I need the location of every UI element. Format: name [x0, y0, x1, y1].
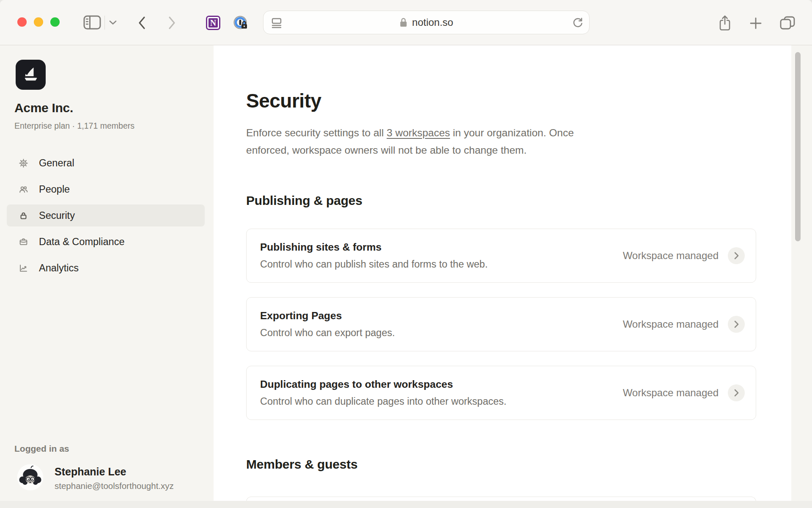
user-illustration-icon [17, 464, 44, 491]
sidebar-item-general[interactable]: General [7, 152, 205, 174]
setting-description: Control who can duplicate pages into oth… [260, 396, 507, 407]
scrollbar-thumb[interactable] [795, 52, 801, 241]
setting-card-partial[interactable] [246, 497, 756, 501]
notion-extension-button[interactable]: N [205, 14, 222, 31]
page-description: Enforce security settings to all 3 works… [246, 124, 694, 159]
setting-status: Workspace managed [623, 250, 719, 262]
logged-in-as-label: Logged in as [14, 444, 69, 454]
chevron-right-icon [728, 247, 745, 264]
org-plan-members: Enterprise plan · 1,171 members [14, 121, 134, 131]
description-text: in your organization. Once [450, 127, 574, 138]
reload-button[interactable] [571, 17, 585, 29]
back-arrow-icon [137, 16, 147, 30]
share-icon [718, 14, 732, 31]
open-setting-button[interactable] [728, 247, 745, 264]
people-icon [19, 185, 28, 194]
section-title-members: Members & guests [246, 457, 358, 472]
setting-status: Workspace managed [623, 387, 719, 399]
setting-card-duplicating-pages[interactable]: Duplicating pages to other workspaces Co… [246, 366, 756, 420]
avatar [17, 464, 44, 491]
org-name: Acme Inc. [14, 101, 73, 115]
settings-sidebar: Acme Inc. Enterprise plan · 1,171 member… [0, 45, 214, 508]
address-bar[interactable]: notion.so [263, 11, 590, 34]
trend-chart-icon [19, 263, 28, 273]
forward-arrow-icon [167, 16, 176, 30]
setting-status: Workspace managed [623, 318, 719, 330]
sidebar-item-label: Analytics [39, 262, 79, 274]
chevron-down-icon [109, 20, 117, 25]
address-display: notion.so [263, 11, 589, 34]
sidebar-item-security[interactable]: Security [7, 204, 205, 226]
setting-card-exporting-pages[interactable]: Exporting Pages Control who can export p… [246, 297, 756, 351]
sidebar-toggle-button[interactable] [82, 14, 102, 31]
secure-lock-icon [399, 17, 408, 28]
sidebar-item-people[interactable]: People [7, 178, 205, 200]
description-text: enforced, workspace owners will not be a… [246, 144, 527, 156]
open-setting-button[interactable] [728, 384, 745, 401]
setting-title: Duplicating pages to other workspaces [260, 378, 507, 390]
tab-overview-icon [779, 15, 796, 30]
setting-description: Control who can export pages. [260, 327, 395, 339]
open-setting-button[interactable] [728, 316, 745, 333]
page-title: Security [246, 89, 321, 112]
url-text: notion.so [412, 17, 453, 28]
forward-button[interactable] [166, 15, 178, 31]
browser-toolbar: N [0, 0, 812, 45]
sidebar-item-analytics[interactable]: Analytics [7, 257, 205, 279]
sidebar-item-label: General [39, 157, 74, 169]
setting-title: Exporting Pages [260, 310, 395, 322]
setting-card-publishing-sites[interactable]: Publishing sites & forms Control who can… [246, 229, 756, 283]
workspaces-link[interactable]: 3 workspaces [387, 127, 450, 138]
lock-icon [19, 211, 28, 221]
user-email: stephanie@toolsforthought.xyz [55, 481, 174, 491]
close-window-button[interactable] [17, 17, 27, 27]
reload-icon [571, 17, 584, 29]
chevron-right-icon [728, 316, 745, 333]
plus-icon [749, 17, 763, 30]
sidebar-item-label: Data & Compliance [39, 236, 124, 248]
zoom-window-button[interactable] [50, 17, 60, 27]
briefcase-icon [19, 237, 28, 247]
window-bottom-edge [0, 501, 812, 508]
onepassword-extension-icon [233, 16, 248, 31]
user-name: Stephanie Lee [55, 466, 126, 478]
svg-text:N: N [210, 18, 217, 28]
new-tab-button[interactable] [748, 15, 764, 31]
notion-extension-icon: N [205, 15, 221, 31]
minimize-window-button[interactable] [34, 17, 43, 27]
sailboat-icon [21, 65, 41, 85]
tab-overview-button[interactable] [779, 15, 796, 31]
sidebar-toggle-icon [83, 15, 102, 30]
back-button[interactable] [136, 15, 148, 31]
sidebar-item-data-compliance[interactable]: Data & Compliance [7, 231, 205, 253]
setting-description: Control who can publish sites and forms … [260, 259, 488, 270]
gear-icon [19, 158, 28, 168]
browser-window: N [0, 0, 812, 508]
setting-title: Publishing sites & forms [260, 241, 488, 253]
description-text: Enforce security settings to all [246, 127, 387, 138]
onepassword-extension-button[interactable] [233, 15, 249, 31]
settings-content-panel: Security Enforce security settings to al… [214, 45, 791, 501]
toolbar-separator [104, 16, 105, 30]
share-button[interactable] [716, 14, 733, 32]
publishing-cards: Publishing sites & forms Control who can… [246, 229, 756, 420]
sidebar-item-label: Security [39, 210, 75, 221]
chevron-right-icon [728, 384, 745, 401]
org-logo [16, 60, 46, 90]
sidebar-options-button[interactable] [107, 18, 118, 27]
sidebar-item-label: People [39, 184, 70, 195]
section-title-publishing: Publishing & pages [246, 193, 362, 208]
